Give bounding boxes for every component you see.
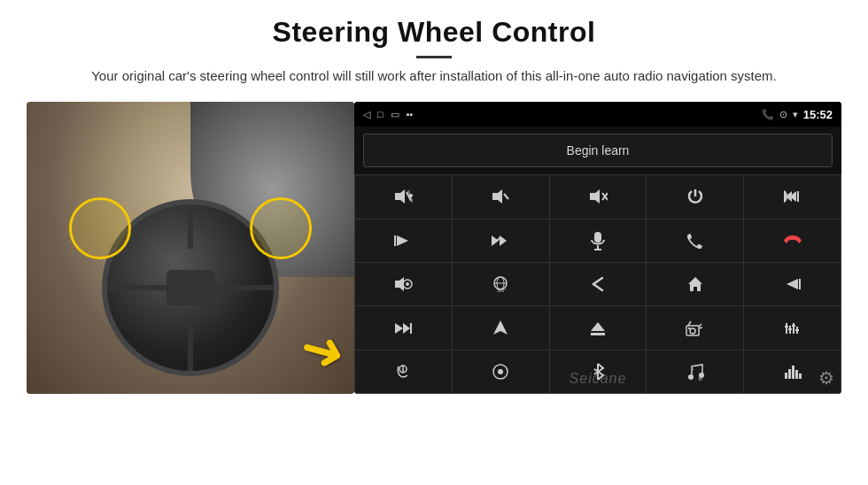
- content-area: ➜ ◁ □ ▭ ▪▪ 📞 ⊙ ▾ 15:52: [0, 93, 868, 485]
- svg-marker-7: [590, 189, 600, 204]
- next-track-button[interactable]: [355, 219, 452, 262]
- bluetooth-button[interactable]: [550, 350, 647, 393]
- screen-relative: 360°: [354, 174, 841, 394]
- svg-rect-10: [797, 191, 799, 202]
- svg-rect-58: [788, 369, 791, 379]
- radio-button[interactable]: [647, 306, 743, 349]
- music-button[interactable]: ⚙: [647, 350, 743, 393]
- eject-button[interactable]: [550, 306, 647, 349]
- status-bar: ◁ □ ▭ ▪▪ 📞 ⊙ ▾ 15:52: [354, 102, 841, 127]
- gear-icon[interactable]: ⚙: [818, 367, 834, 389]
- wheel-center: [167, 270, 215, 305]
- svg-line-15: [497, 238, 500, 241]
- svg-marker-30: [403, 323, 410, 334]
- steering-wheel-image: ➜: [27, 102, 354, 394]
- control-button-grid: 360°: [354, 174, 841, 394]
- svg-rect-34: [591, 333, 605, 335]
- svg-point-52: [498, 369, 503, 374]
- home-button[interactable]: [647, 263, 743, 305]
- svg-rect-59: [792, 366, 794, 379]
- begin-learn-row: Begin learn: [354, 127, 841, 174]
- power-button[interactable]: [647, 175, 743, 218]
- page-title: Steering Wheel Control: [53, 16, 815, 49]
- mic-button[interactable]: [550, 219, 647, 262]
- status-right-icons: 📞 ⊙ ▾ 15:52: [762, 108, 833, 121]
- svg-rect-31: [410, 323, 412, 334]
- voice-button[interactable]: [355, 350, 452, 393]
- svg-marker-5: [492, 189, 502, 204]
- svg-line-40: [699, 327, 702, 328]
- wifi-status-icon: ▾: [793, 109, 798, 120]
- svg-line-6: [504, 194, 508, 199]
- phone-status-icon: 📞: [762, 109, 774, 120]
- navigate-button[interactable]: [453, 306, 549, 349]
- svg-rect-57: [785, 373, 787, 379]
- svg-marker-32: [493, 320, 508, 335]
- svg-marker-33: [591, 322, 605, 331]
- svg-point-36: [690, 328, 695, 334]
- home-nav-icon[interactable]: □: [377, 109, 384, 119]
- svg-marker-0: [395, 189, 405, 204]
- prev-track-button[interactable]: [744, 263, 841, 305]
- equalizer-button[interactable]: [744, 306, 841, 349]
- svg-marker-12: [397, 235, 408, 246]
- svg-point-21: [406, 282, 409, 286]
- subtitle: Your original car's steering wheel contr…: [71, 65, 797, 86]
- svg-rect-27: [799, 279, 801, 289]
- hang-up-button[interactable]: [744, 219, 841, 262]
- back-nav-icon[interactable]: ◁: [363, 109, 370, 120]
- header: Steering Wheel Control Your original car…: [0, 0, 868, 93]
- spoke-top: [188, 204, 193, 249]
- svg-marker-29: [395, 323, 403, 334]
- svg-marker-26: [688, 277, 702, 291]
- vol-down-button[interactable]: [453, 175, 549, 218]
- speaker-button[interactable]: [355, 263, 452, 305]
- menu-button[interactable]: [453, 350, 549, 393]
- svg-marker-14: [500, 235, 507, 246]
- svg-text:⚙: ⚙: [698, 376, 702, 381]
- svg-line-39: [699, 324, 701, 327]
- view-360-button[interactable]: 360°: [453, 263, 549, 305]
- svg-rect-37: [688, 327, 690, 329]
- spoke-bottom: [188, 327, 193, 371]
- title-divider: [416, 56, 452, 58]
- back-button[interactable]: [550, 263, 647, 305]
- time-display: 15:52: [803, 108, 833, 121]
- svg-point-53: [688, 374, 694, 380]
- vol-up-button[interactable]: [355, 175, 452, 218]
- mute-button[interactable]: [550, 175, 647, 218]
- svg-text:360°: 360°: [497, 288, 506, 293]
- skip-button[interactable]: [453, 219, 549, 262]
- svg-rect-16: [594, 232, 601, 242]
- fast-forward-button[interactable]: [355, 306, 452, 349]
- location-status-icon: ⊙: [779, 109, 787, 120]
- android-screen: ◁ □ ▭ ▪▪ 📞 ⊙ ▾ 15:52 Begin learn: [354, 102, 841, 394]
- highlight-circle-left: [69, 197, 131, 259]
- svg-rect-11: [394, 235, 396, 246]
- recent-nav-icon[interactable]: ▭: [391, 109, 399, 120]
- svg-rect-60: [795, 370, 798, 379]
- page-container: Steering Wheel Control Your original car…: [0, 0, 868, 485]
- highlight-circle-right: [250, 197, 312, 259]
- begin-learn-button[interactable]: Begin learn: [363, 134, 833, 167]
- phone-button[interactable]: [647, 219, 743, 262]
- svg-rect-61: [799, 373, 802, 379]
- svg-marker-28: [787, 279, 798, 289]
- signal-icon: ▪▪: [407, 109, 414, 119]
- status-nav-icons: ◁ □ ▭ ▪▪: [363, 109, 413, 120]
- call-prev-button[interactable]: [744, 175, 841, 218]
